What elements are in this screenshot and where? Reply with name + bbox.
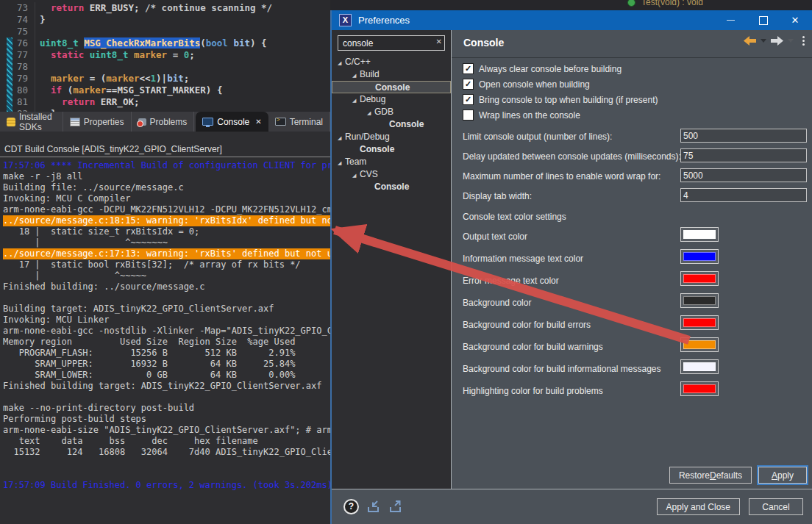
props-icon <box>70 118 80 126</box>
close-button[interactable]: ✕ <box>787 13 803 27</box>
checkbox[interactable] <box>463 110 474 121</box>
tree-item-console[interactable]: Console <box>332 143 451 156</box>
line-number: 75 <box>0 26 35 37</box>
help-icon[interactable]: ? <box>343 499 359 514</box>
tree-item-build[interactable]: ◢Build <box>332 68 451 81</box>
terminal-icon <box>275 118 286 126</box>
preferences-tree-pane: ✕ ◢C/C++◢BuildConsole◢Debug◢GDBConsole◢R… <box>332 30 451 489</box>
tree-item-label: Debug <box>360 94 385 104</box>
tree-item-console[interactable]: Console <box>332 81 451 93</box>
color-swatch-fill <box>683 252 716 261</box>
console-line: 17:57:06 **** Incremental Build of confi… <box>3 160 330 171</box>
console-title-underline <box>0 157 330 157</box>
close-tab-icon[interactable]: ✕ <box>255 118 261 126</box>
field-input[interactable] <box>680 168 807 182</box>
color-row: Output text color <box>463 226 807 248</box>
checkbox[interactable]: ✓ <box>463 79 474 90</box>
expanded-arrow-icon[interactable]: ◢ <box>338 132 345 144</box>
tab-label: Properties <box>84 117 124 127</box>
color-label: Error message text color <box>463 276 559 286</box>
tree-item-team[interactable]: ◢Team <box>332 156 451 168</box>
tree-item-console[interactable]: Console <box>332 181 451 193</box>
expanded-arrow-icon[interactable]: ◢ <box>352 169 360 182</box>
color-swatch-fill <box>683 318 716 327</box>
color-swatch-button[interactable] <box>680 249 719 264</box>
tab-problems[interactable]: Problems <box>132 112 195 132</box>
tree-item-label: GDB <box>374 107 393 117</box>
color-swatch-button[interactable] <box>680 227 719 242</box>
back-arrow-icon[interactable] <box>744 36 756 46</box>
checkbox[interactable]: ✓ <box>463 63 474 74</box>
expanded-arrow-icon[interactable]: ◢ <box>367 107 374 119</box>
minimize-button[interactable] <box>722 13 738 27</box>
monitor-icon <box>202 118 213 126</box>
preferences-dialog: X Preferences ✕ ✕ ◢C/C++◢BuildConsole◢De… <box>330 10 812 524</box>
checkbox[interactable]: ✓ <box>463 94 474 105</box>
dialog-body: ✕ ◢C/C++◢BuildConsole◢Debug◢GDBConsole◢R… <box>332 30 812 489</box>
color-swatch-button[interactable] <box>680 337 719 352</box>
color-swatch-button[interactable] <box>680 359 719 374</box>
cancel-button[interactable]: Cancel <box>749 498 803 515</box>
field-input[interactable] <box>680 129 807 143</box>
back-history-dropdown-icon[interactable] <box>761 39 766 43</box>
apply-button[interactable]: Apply <box>758 467 807 484</box>
field-rows: Limit console output (number of lines):D… <box>463 123 807 207</box>
expanded-arrow-icon[interactable]: ◢ <box>352 69 360 82</box>
tree-item-label: CVS <box>360 169 378 179</box>
tab-console[interactable]: Console✕ <box>196 112 268 132</box>
forward-arrow-icon[interactable] <box>771 36 783 46</box>
forward-history-dropdown-icon[interactable] <box>788 39 794 43</box>
code-editor[interactable]: 73 return ERR_BUSY; /* continue scanning… <box>0 0 330 112</box>
tree-item-c-c-[interactable]: ◢C/C++ <box>332 56 451 68</box>
dialog-title: Preferences <box>358 15 410 26</box>
color-rows: Output text colorInformation message tex… <box>463 226 807 402</box>
footer-buttons: Apply and Close Cancel <box>657 498 803 515</box>
tree-item-gdb[interactable]: ◢GDB <box>332 106 451 118</box>
console-line: 15132 124 16808 32064 7d40 ADIS_tinyK22_… <box>3 447 330 458</box>
tree-item-run-debug[interactable]: ◢Run/Debug <box>332 131 451 143</box>
color-swatch-button[interactable] <box>680 293 719 308</box>
expanded-arrow-icon[interactable]: ◢ <box>338 57 345 69</box>
color-label: Background color for build warnings <box>463 342 603 352</box>
import-preferences-icon[interactable] <box>367 500 382 513</box>
line-number: 76 <box>0 37 35 49</box>
console-line: 17:57:09 Build Finished. 0 errors, 2 war… <box>3 480 330 491</box>
expanded-arrow-icon[interactable]: ◢ <box>338 157 345 169</box>
clear-filter-icon[interactable]: ✕ <box>436 37 442 46</box>
color-swatch-button[interactable] <box>680 315 719 330</box>
console-line: make -r -j8 all <box>3 171 330 182</box>
console-line: | ^~~~~~~~ <box>3 237 330 248</box>
tab-terminal[interactable]: Terminal <box>268 112 330 132</box>
code-text: marker = (marker<<1)|bit; <box>40 73 189 84</box>
export-preferences-icon[interactable] <box>389 500 405 513</box>
tree-item-console[interactable]: Console <box>332 118 451 131</box>
color-swatch-button[interactable] <box>680 271 719 286</box>
settings-content: ✓Always clear console before building✓Op… <box>463 57 807 402</box>
tab-installed-sdks[interactable]: Installed SDKs <box>0 112 63 132</box>
checkbox-row: ✓Always clear console before building <box>463 61 807 76</box>
field-row: Delay updated between console updates (m… <box>463 147 807 167</box>
console-panel[interactable]: CDT Build Console [ADIS_tinyK22_GPIO_Cli… <box>0 132 330 524</box>
tab-properties[interactable]: Properties <box>63 112 132 132</box>
expanded-arrow-icon[interactable]: ◢ <box>352 94 360 107</box>
apply-and-close-button[interactable]: Apply and Close <box>657 498 740 515</box>
field-input[interactable] <box>680 188 807 202</box>
field-input[interactable] <box>680 148 807 162</box>
outline-item-label: Test(void) : void <box>641 0 703 7</box>
restore-defaults-button[interactable]: Restore Defaults <box>669 467 752 484</box>
checkbox-rows: ✓Always clear console before building✓Op… <box>463 57 807 123</box>
color-label: Information message text color <box>463 254 583 264</box>
filter-input[interactable] <box>341 36 432 50</box>
console-line <box>3 458 330 469</box>
settings-page-title: Console <box>463 37 504 49</box>
tree-item-debug[interactable]: ◢Debug <box>332 93 451 106</box>
dialog-titlebar[interactable]: X Preferences ✕ <box>332 10 812 30</box>
color-swatch-button[interactable] <box>680 381 719 396</box>
maximize-button[interactable] <box>755 13 772 27</box>
view-menu-icon[interactable] <box>802 36 805 46</box>
code-line: 77 static uint8_t marker = 0; <box>0 49 330 61</box>
code-text: return ERR_OK; <box>40 96 139 107</box>
tree-item-cvs[interactable]: ◢CVS <box>332 168 451 181</box>
code-text: static uint8_t marker = 0; <box>40 49 195 60</box>
color-swatch-fill <box>683 274 716 283</box>
